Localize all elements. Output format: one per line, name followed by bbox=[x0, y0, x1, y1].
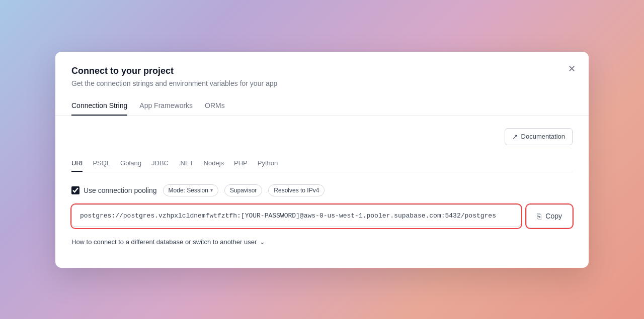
tab-uri[interactable]: URI bbox=[71, 155, 83, 172]
modal-subtitle: Get the connection strings and environme… bbox=[71, 79, 573, 87]
tab-app-frameworks[interactable]: App Frameworks bbox=[139, 96, 193, 116]
tab-orms[interactable]: ORMs bbox=[205, 96, 225, 116]
external-link-icon: ↗ bbox=[512, 133, 518, 141]
modal-title: Connect to your project bbox=[71, 66, 573, 76]
connect-modal: Connect to your project Get the connecti… bbox=[55, 52, 589, 268]
help-link[interactable]: How to connect to a different database o… bbox=[71, 238, 573, 246]
resolves-ipv4-badge: Resolves to IPv4 bbox=[268, 184, 325, 196]
pooling-checkbox-wrapper: Use connection pooling bbox=[71, 186, 157, 194]
connection-string-wrapper bbox=[71, 204, 521, 228]
copy-button[interactable]: ⎘ Copy bbox=[526, 204, 573, 228]
copy-button-wrapper: ⎘ Copy bbox=[526, 204, 573, 228]
top-row: ↗ Documentation bbox=[71, 128, 573, 145]
modal-body: ↗ Documentation URI PSQL Golang JDBC .NE… bbox=[55, 116, 589, 260]
connection-area: ⎘ Copy bbox=[71, 204, 573, 228]
tab-php[interactable]: PHP bbox=[234, 155, 248, 172]
close-button[interactable]: ✕ bbox=[565, 62, 579, 76]
connection-string-input[interactable] bbox=[71, 204, 521, 227]
modal-header: Connect to your project Get the connecti… bbox=[55, 52, 589, 116]
pooling-label: Use connection pooling bbox=[84, 186, 157, 194]
tab-python[interactable]: Python bbox=[258, 155, 278, 172]
chevron-down-icon: ⌄ bbox=[260, 238, 265, 246]
tab-jdbc[interactable]: JDBC bbox=[151, 155, 169, 172]
documentation-button[interactable]: ↗ Documentation bbox=[505, 128, 573, 145]
main-tabs: Connection String App Frameworks ORMs bbox=[71, 96, 573, 116]
tab-psql[interactable]: PSQL bbox=[93, 155, 110, 172]
sub-tabs: URI PSQL Golang JDBC .NET Nodejs PHP Pyt… bbox=[71, 155, 573, 172]
chevron-down-icon: ▾ bbox=[210, 187, 213, 193]
tab-golang[interactable]: Golang bbox=[120, 155, 141, 172]
tab-connection-string[interactable]: Connection String bbox=[71, 96, 127, 116]
mode-badge[interactable]: Mode: Session ▾ bbox=[163, 184, 218, 196]
close-icon: ✕ bbox=[568, 63, 576, 74]
tab-dotnet[interactable]: .NET bbox=[179, 155, 194, 172]
pooling-checkbox[interactable] bbox=[71, 186, 79, 194]
supavisor-badge: Supavisor bbox=[224, 184, 262, 196]
pooling-row: Use connection pooling Mode: Session ▾ S… bbox=[71, 184, 573, 196]
copy-icon: ⎘ bbox=[537, 212, 541, 221]
tab-nodejs[interactable]: Nodejs bbox=[204, 155, 224, 172]
